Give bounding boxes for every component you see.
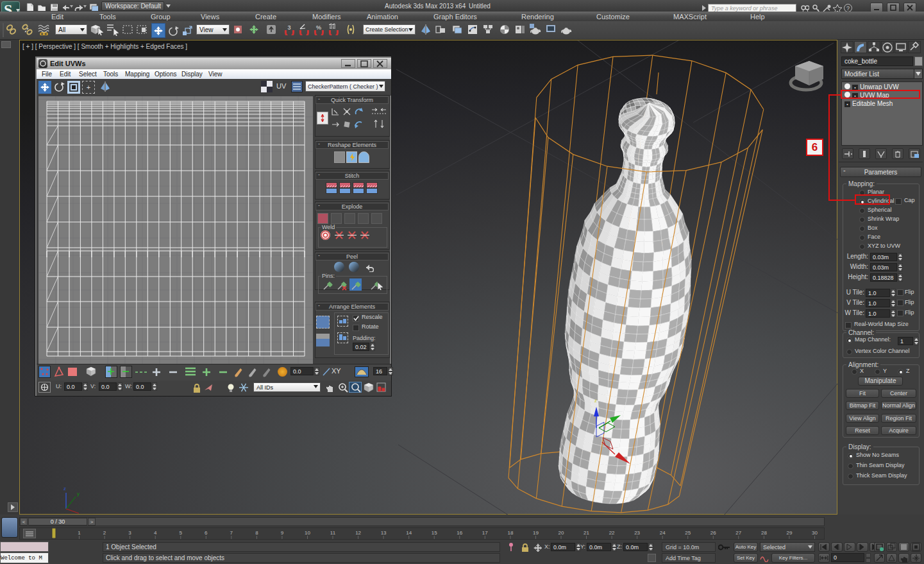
svg-text:6: 6 [205, 530, 208, 536]
svg-text:2: 2 [103, 530, 106, 536]
svg-text:26: 26 [710, 530, 716, 536]
svg-text:16: 16 [457, 530, 462, 536]
svg-text:3: 3 [128, 530, 131, 536]
svg-text:18: 18 [507, 530, 513, 536]
svg-text:4: 4 [154, 530, 157, 536]
svg-text:24: 24 [660, 530, 666, 536]
svg-text:25: 25 [685, 530, 691, 536]
svg-text:19: 19 [533, 530, 539, 536]
svg-text:30: 30 [812, 530, 818, 536]
svg-text:z: z [594, 398, 597, 404]
svg-text:3: 3 [287, 24, 290, 31]
svg-text:27: 27 [735, 530, 741, 536]
svg-text:17: 17 [482, 530, 488, 536]
svg-text:28: 28 [761, 530, 767, 536]
svg-text:7: 7 [230, 530, 233, 536]
svg-text:y: y [77, 491, 80, 497]
svg-text:%: % [316, 24, 321, 31]
svg-text:12: 12 [355, 530, 361, 536]
svg-text:14: 14 [406, 530, 412, 536]
svg-text:23: 23 [634, 530, 640, 536]
svg-text:22: 22 [609, 530, 615, 536]
svg-text:13: 13 [381, 530, 387, 536]
svg-text:9: 9 [281, 530, 284, 536]
svg-text:5: 5 [180, 530, 183, 536]
svg-text:11: 11 [330, 530, 336, 536]
svg-text:z: z [63, 486, 66, 491]
svg-text:21: 21 [584, 530, 589, 536]
svg-text:10: 10 [305, 530, 310, 536]
svg-text:29: 29 [786, 530, 792, 536]
svg-text:8: 8 [255, 530, 258, 536]
svg-text:20: 20 [559, 530, 564, 536]
svg-text:15: 15 [432, 530, 437, 536]
svg-text:1: 1 [78, 530, 81, 536]
